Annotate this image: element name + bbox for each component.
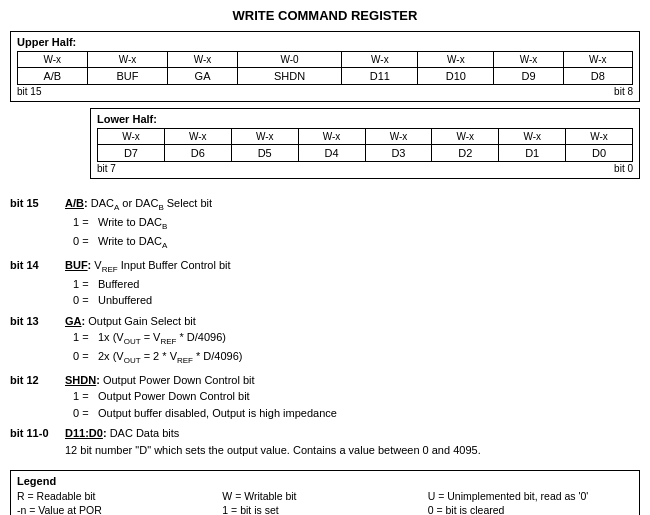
- lower-write-row: W-x W-x W-x W-x W-x W-x W-x W-x: [98, 129, 633, 145]
- desc-bit14-val2: 0 =: [73, 292, 98, 309]
- desc-bit12-sub1: 1 = Output Power Down Control bit: [73, 388, 640, 405]
- upper-n6: D9: [494, 68, 563, 85]
- desc-bit15-text2: Write to DACA: [98, 233, 167, 252]
- lower-n2: D5: [231, 145, 298, 162]
- desc-bit12-sub2: 0 = Output buffer disabled, Output is hi…: [73, 405, 640, 422]
- lower-w7: W-x: [566, 129, 633, 145]
- desc-bit12-content: SHDN: Output Power Down Control bit 1 = …: [65, 372, 640, 422]
- desc-bit13-sub2: 0 = 2x (VOUT = 2 * VREF * D/4096): [73, 348, 640, 367]
- lower-n0: D7: [98, 145, 165, 162]
- desc-bit13: bit 13 GA: Output Gain Select bit 1 = 1x…: [10, 313, 640, 368]
- desc-bit12-val2: 0 =: [73, 405, 98, 422]
- legend-item-2: U = Unimplemented bit, read as '0': [428, 490, 633, 502]
- upper-n7: D8: [563, 68, 632, 85]
- legend-item-3: -n = Value at POR: [17, 504, 222, 515]
- upper-w2: W-x: [168, 52, 237, 68]
- lower-n1: D6: [164, 145, 231, 162]
- lower-w3: W-x: [298, 129, 365, 145]
- lower-bit-range: bit 7 bit 0: [97, 163, 633, 174]
- upper-bit-low: bit 8: [614, 86, 633, 97]
- lower-w0: W-x: [98, 129, 165, 145]
- legend-item-4: 1 = bit is set: [222, 504, 427, 515]
- desc-bit15-name: A/B: DACA or DACB Select bit: [65, 197, 212, 209]
- upper-n5: D10: [418, 68, 494, 85]
- desc-bit14-content: BUF: VREF Input Buffer Control bit 1 = B…: [65, 257, 640, 309]
- desc-bit15: bit 15 A/B: DACA or DACB Select bit 1 = …: [10, 195, 640, 253]
- desc-bit15-sub1: 1 = Write to DACB: [73, 214, 640, 233]
- desc-bit15-text1: Write to DACB: [98, 214, 167, 233]
- legend-box: Legend R = Readable bit W = Writable bit…: [10, 470, 640, 515]
- legend-grid: R = Readable bit W = Writable bit U = Un…: [17, 490, 633, 515]
- upper-w1: W-x: [87, 52, 168, 68]
- upper-w5: W-x: [418, 52, 494, 68]
- upper-bit-range: bit 15 bit 8: [17, 86, 633, 97]
- desc-bit13-val2: 0 =: [73, 348, 98, 367]
- desc-bit11-0: bit 11-0 D11:D0: DAC Data bits 12 bit nu…: [10, 425, 640, 458]
- desc-bit13-text2: 2x (VOUT = 2 * VREF * D/4096): [98, 348, 243, 367]
- lower-half-table: W-x W-x W-x W-x W-x W-x W-x W-x D7 D6 D5…: [97, 128, 633, 162]
- upper-n0: A/B: [18, 68, 88, 85]
- upper-n1: BUF: [87, 68, 168, 85]
- desc-bit15-content: A/B: DACA or DACB Select bit 1 = Write t…: [65, 195, 640, 253]
- page-title: WRITE COMMAND REGISTER: [10, 8, 640, 23]
- desc-bit13-text1: 1x (VOUT = VREF * D/4096): [98, 329, 226, 348]
- desc-bit15-val1: 1 =: [73, 214, 98, 233]
- lower-n3: D4: [298, 145, 365, 162]
- desc-bit14-sub1: 1 = Buffered: [73, 276, 640, 293]
- desc-bit13-sub1: 1 = 1x (VOUT = VREF * D/4096): [73, 329, 640, 348]
- desc-bit14-name: BUF: VREF Input Buffer Control bit: [65, 259, 231, 271]
- legend-item-5: 0 = bit is cleared: [428, 504, 633, 515]
- desc-bit11-0-plain: 12 bit number "D" which sets the output …: [65, 442, 640, 459]
- upper-name-row: A/B BUF GA SHDN D11 D10 D9 D8: [18, 68, 633, 85]
- desc-bit13-label: bit 13: [10, 313, 65, 368]
- lower-w4: W-x: [365, 129, 432, 145]
- lower-w2: W-x: [231, 129, 298, 145]
- lower-w1: W-x: [164, 129, 231, 145]
- lower-bit-high: bit 7: [97, 163, 116, 174]
- desc-bit14-text2: Unbuffered: [98, 292, 152, 309]
- desc-bit13-content: GA: Output Gain Select bit 1 = 1x (VOUT …: [65, 313, 640, 368]
- lower-w6: W-x: [499, 129, 566, 145]
- legend-item-0: R = Readable bit: [17, 490, 222, 502]
- desc-bit12: bit 12 SHDN: Output Power Down Control b…: [10, 372, 640, 422]
- desc-bit12-label: bit 12: [10, 372, 65, 422]
- upper-n4: D11: [342, 68, 418, 85]
- upper-w0: W-x: [18, 52, 88, 68]
- lower-name-row: D7 D6 D5 D4 D3 D2 D1 D0: [98, 145, 633, 162]
- upper-write-row: W-x W-x W-x W-0 W-x W-x W-x W-x: [18, 52, 633, 68]
- legend-item-1: W = Writable bit: [222, 490, 427, 502]
- desc-bit12-name: SHDN: Output Power Down Control bit: [65, 374, 255, 386]
- upper-n3: SHDN: [237, 68, 342, 85]
- desc-bit14-sub2: 0 = Unbuffered: [73, 292, 640, 309]
- desc-bit15-sub2: 0 = Write to DACA: [73, 233, 640, 252]
- upper-bit-high: bit 15: [17, 86, 41, 97]
- desc-bit13-val1: 1 =: [73, 329, 98, 348]
- lower-half-section: Lower Half: W-x W-x W-x W-x W-x W-x W-x …: [90, 108, 640, 179]
- upper-half-label: Upper Half:: [17, 36, 633, 48]
- desc-bit11-0-content: D11:D0: DAC Data bits 12 bit number "D" …: [65, 425, 640, 458]
- lower-n5: D2: [432, 145, 499, 162]
- desc-bit14-text1: Buffered: [98, 276, 139, 293]
- desc-bit13-name: GA: Output Gain Select bit: [65, 315, 196, 327]
- lower-n4: D3: [365, 145, 432, 162]
- lower-half-label: Lower Half:: [97, 113, 633, 125]
- upper-w4: W-x: [342, 52, 418, 68]
- description-section: bit 15 A/B: DACA or DACB Select bit 1 = …: [10, 195, 640, 458]
- upper-half-table: W-x W-x W-x W-0 W-x W-x W-x W-x A/B BUF …: [17, 51, 633, 85]
- desc-bit14-val1: 1 =: [73, 276, 98, 293]
- upper-n2: GA: [168, 68, 237, 85]
- desc-bit11-0-name: D11:D0: DAC Data bits: [65, 427, 179, 439]
- lower-w5: W-x: [432, 129, 499, 145]
- lower-n7: D0: [566, 145, 633, 162]
- lower-n6: D1: [499, 145, 566, 162]
- upper-half-section: Upper Half: W-x W-x W-x W-0 W-x W-x W-x …: [10, 31, 640, 102]
- upper-w6: W-x: [494, 52, 563, 68]
- desc-bit14-label: bit 14: [10, 257, 65, 309]
- desc-bit12-val1: 1 =: [73, 388, 98, 405]
- desc-bit11-0-label: bit 11-0: [10, 425, 65, 458]
- legend-title: Legend: [17, 475, 633, 487]
- upper-w3: W-0: [237, 52, 342, 68]
- lower-half-wrapper: Lower Half: W-x W-x W-x W-x W-x W-x W-x …: [10, 108, 640, 185]
- desc-bit15-val2: 0 =: [73, 233, 98, 252]
- desc-bit15-label: bit 15: [10, 195, 65, 253]
